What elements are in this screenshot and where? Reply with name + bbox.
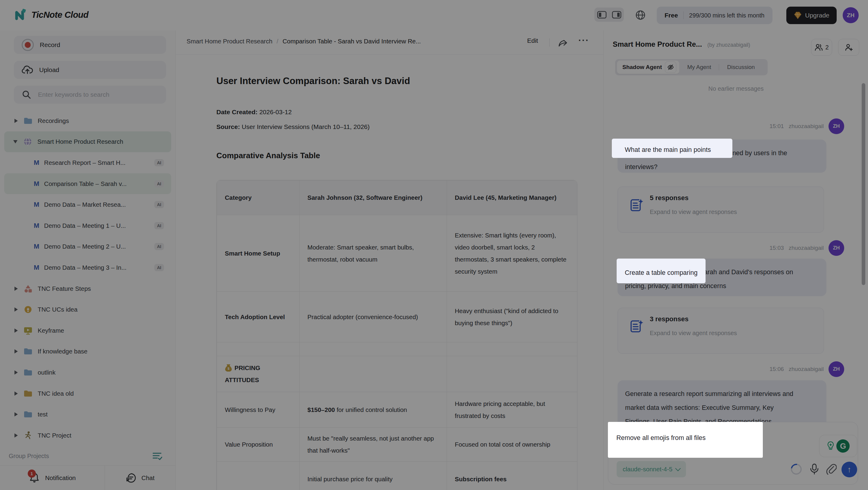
dim-overlay xyxy=(0,0,868,490)
highlight-box-pain-points: What are the main pain points xyxy=(612,139,733,158)
app-window: TicNote Cloud Free 299/300 mins left thi… xyxy=(0,0,868,490)
highlight-box-create-table: Create a table comparing xyxy=(617,258,706,283)
highlight-box-input-text: Remove all emojis from all files xyxy=(608,422,763,458)
